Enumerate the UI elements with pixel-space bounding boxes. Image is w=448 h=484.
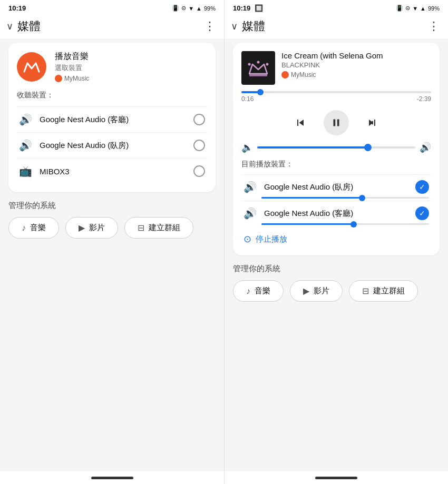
checkmark-2: ✓ xyxy=(415,206,429,220)
radio-btn-3[interactable] xyxy=(193,165,205,177)
volume-track[interactable] xyxy=(257,146,415,149)
right-status-time: 10:19 xyxy=(233,4,250,12)
current-time: 0:16 xyxy=(241,95,254,103)
checkmark-1: ✓ xyxy=(415,180,429,194)
radio-btn-2[interactable] xyxy=(193,140,205,151)
right-bottom-bar xyxy=(225,471,448,484)
current-device-label: 目前播放裝置： xyxy=(241,160,431,169)
right-video-button[interactable]: ▶ 影片 xyxy=(290,280,343,302)
volume-high-icon: 🔊 xyxy=(420,142,431,153)
mymusic-logo xyxy=(17,52,46,82)
volume-thumb xyxy=(364,144,372,151)
pause-button[interactable] xyxy=(324,110,349,135)
svg-point-4 xyxy=(257,61,260,64)
radio-btn-1[interactable] xyxy=(193,114,205,125)
stop-icon: ⊙ xyxy=(244,233,251,245)
right-group-label: 建立群組 xyxy=(373,286,405,296)
device-vol-bar-1[interactable] xyxy=(261,197,429,199)
left-status-bar: 10:19 📳 ⊝ ▼ ▲ 99% xyxy=(0,0,224,14)
left-bottom-bar xyxy=(0,471,224,484)
right-bottom-indicator xyxy=(315,477,357,479)
minus-circle-icon: ⊝ xyxy=(181,5,186,12)
np-song-title: Ice Cream (with Selena Gom xyxy=(281,51,431,60)
device-row-2[interactable]: 🔊 Google Nest Audio (臥房) xyxy=(17,132,207,158)
right-status-icons: 📳 ⊝ ▼ ▲ 99% xyxy=(396,5,440,12)
device-row-3[interactable]: 📺 MIBOX3 xyxy=(17,158,207,184)
right-more-vert-icon[interactable]: ⋮ xyxy=(428,19,440,33)
check-icon-1: ✓ xyxy=(419,183,425,191)
left-status-icons: 📳 ⊝ ▼ ▲ 99% xyxy=(172,5,216,12)
music-note-icon: ♪ xyxy=(22,223,26,233)
active-device-row-1[interactable]: 🔊 Google Nest Audio (臥房) ✓ xyxy=(241,174,431,201)
device-row-1[interactable]: 🔊 Google Nest Audio (客廳) xyxy=(17,106,207,132)
remaining-time: -2:39 xyxy=(417,95,431,103)
music-source-row: MyMusic xyxy=(55,75,89,82)
device-vol-fill-1 xyxy=(261,197,362,199)
speaker-icon-2: 🔊 xyxy=(19,139,32,152)
right-chevron-down-icon[interactable]: ∨ xyxy=(231,21,238,32)
mymusic-source-label: MyMusic xyxy=(64,75,89,82)
right-group-icon: ⊟ xyxy=(362,286,369,296)
device-vol-bar-2[interactable] xyxy=(261,223,429,225)
right-battery-text: 99% xyxy=(428,5,440,12)
vibrate-icon: 📳 xyxy=(172,5,179,12)
progress-thumb xyxy=(257,89,264,95)
left-status-time: 10:19 xyxy=(8,4,26,12)
right-header-left: ∨ 媒體 xyxy=(231,18,265,34)
right-manage-buttons: ♪ 音樂 ▶ 影片 ⊟ 建立群組 xyxy=(233,280,440,302)
left-music-button[interactable]: ♪ 音樂 xyxy=(8,217,59,239)
progress-container[interactable]: 0:16 -2:39 xyxy=(241,91,431,103)
right-music-button[interactable]: ♪ 音樂 xyxy=(233,280,284,302)
active-speaker-icon-2: 🔊 xyxy=(244,207,257,220)
svg-point-3 xyxy=(248,63,251,66)
music-info: 播放音樂 選取裝置 MyMusic xyxy=(55,51,89,82)
svg-point-5 xyxy=(266,63,269,66)
next-button[interactable] xyxy=(366,116,378,129)
right-film-icon: ▶ xyxy=(303,286,309,296)
left-media-title: 媒體 xyxy=(17,18,41,34)
left-group-button[interactable]: ⊟ 建立群組 xyxy=(124,217,193,239)
left-more-vert-icon[interactable]: ⋮ xyxy=(204,19,216,33)
device-left-2: 🔊 Google Nest Audio (臥房) xyxy=(19,139,129,152)
left-manage-buttons: ♪ 音樂 ▶ 影片 ⊟ 建立群組 xyxy=(8,217,216,239)
music-header: 播放音樂 選取裝置 MyMusic xyxy=(17,51,207,82)
active-device-row-2[interactable]: 🔊 Google Nest Audio (客廳) ✓ xyxy=(241,201,431,227)
stop-playback-button[interactable]: ⊙ 停止播放 xyxy=(241,227,431,247)
volume-row: 🔈 🔊 xyxy=(241,142,431,153)
left-panel-content: 播放音樂 選取裝置 MyMusic 收聽裝置： 🔊 Google Nest Au… xyxy=(0,38,224,471)
left-header-left: ∨ 媒體 xyxy=(6,18,41,34)
prev-button[interactable] xyxy=(294,116,307,129)
album-crown-svg xyxy=(245,55,271,81)
device-vol-fill-2 xyxy=(261,223,354,225)
np-song-info: Ice Cream (with Selena Gom BLACKPINK MyM… xyxy=(281,51,431,78)
skip-next-icon xyxy=(366,116,378,129)
right-wifi-icon: ▼ xyxy=(412,5,418,12)
device-left-3: 📺 MIBOX3 xyxy=(19,165,70,177)
pause-icon xyxy=(330,117,342,129)
progress-track[interactable] xyxy=(241,91,431,93)
device-name-1: Google Nest Audio (客廳) xyxy=(40,115,129,125)
left-bottom-indicator xyxy=(91,477,133,479)
left-header-bar: ∨ 媒體 ⋮ xyxy=(0,14,224,38)
right-minus-circle-icon: ⊝ xyxy=(405,5,410,12)
device-name-2: Google Nest Audio (臥房) xyxy=(40,141,129,151)
left-video-button[interactable]: ▶ 影片 xyxy=(65,217,118,239)
active-device-inner-2: 🔊 Google Nest Audio (客廳) ✓ xyxy=(244,206,429,220)
music-button-label: 音樂 xyxy=(30,223,46,233)
np-artist: BLACKPINK xyxy=(281,61,431,69)
right-panel-content: Ice Cream (with Selena Gom BLACKPINK MyM… xyxy=(225,38,448,471)
right-group-button[interactable]: ⊟ 建立群組 xyxy=(349,280,418,302)
skip-prev-icon xyxy=(294,116,307,129)
mymusic-logo-svg xyxy=(23,61,40,73)
device-vol-thumb-1 xyxy=(359,195,365,201)
svg-rect-0 xyxy=(245,55,271,81)
left-chevron-down-icon[interactable]: ∨ xyxy=(6,21,13,32)
volume-fill xyxy=(257,146,368,149)
group-icon: ⊟ xyxy=(138,223,144,233)
album-art xyxy=(241,51,275,85)
progress-fill xyxy=(241,91,260,93)
active-device-name-1: Google Nest Audio (臥房) xyxy=(264,182,353,192)
check-icon-2: ✓ xyxy=(419,209,425,218)
right-status-bar: 10:19 🔲 📳 ⊝ ▼ ▲ 99% xyxy=(225,0,448,14)
now-playing-card: Ice Cream (with Selena Gom BLACKPINK MyM… xyxy=(233,43,440,255)
